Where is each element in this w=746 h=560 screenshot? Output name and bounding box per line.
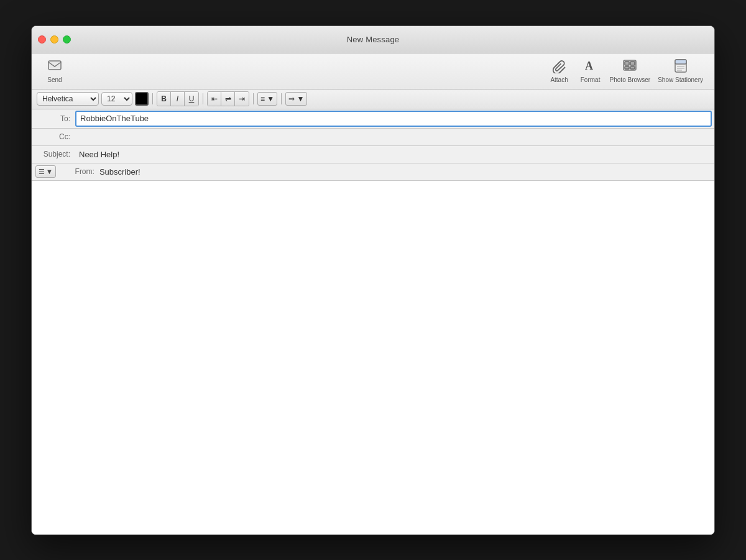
format-separator-3 [253, 93, 254, 104]
subject-input[interactable] [75, 146, 714, 162]
maximize-button[interactable] [63, 35, 71, 44]
list-button[interactable]: ≡ ▼ [257, 92, 277, 106]
stationery-icon [673, 58, 688, 75]
window-controls [38, 35, 71, 44]
cc-input[interactable] [75, 129, 714, 145]
format-separator-2 [203, 93, 203, 104]
align-right-button[interactable]: ⇥ [235, 92, 249, 106]
photo-browser-label: Photo Browser [610, 76, 651, 83]
font-size-select[interactable]: 10 11 12 14 18 [101, 92, 132, 106]
to-label: To: [32, 114, 75, 123]
text-color-button[interactable] [135, 92, 149, 106]
send-button[interactable]: Send [39, 57, 70, 85]
subject-label: Subject: [32, 150, 75, 158]
svg-rect-4 [630, 62, 635, 65]
show-stationery-button[interactable]: Show Stationery [654, 57, 707, 85]
from-label: From: [56, 167, 99, 176]
hamburger-icon: ☰ [39, 168, 45, 176]
to-row: To: [32, 109, 714, 129]
svg-rect-0 [48, 61, 61, 70]
format-button[interactable]: A Format [575, 57, 606, 85]
format-icon: A [583, 58, 598, 75]
attach-label: Attach [550, 76, 568, 83]
svg-rect-5 [625, 67, 629, 69]
svg-rect-6 [630, 67, 635, 69]
cc-row: Cc: [32, 129, 714, 146]
align-left-button[interactable]: ⇤ [208, 92, 221, 106]
bold-button[interactable]: B [157, 92, 171, 106]
from-row: ☰ ▼ From: Subscriber! [32, 163, 714, 181]
cc-label: Cc: [32, 132, 75, 141]
font-family-select[interactable]: Helvetica Arial Times New Roman [37, 92, 99, 106]
format-separator-4 [281, 93, 282, 104]
indent-button[interactable]: ⇒ ▼ [285, 92, 307, 106]
attach-button[interactable]: Attach [544, 57, 575, 85]
main-toolbar: Send Attach A Format [32, 53, 714, 90]
photo-browser-button[interactable]: Photo Browser [606, 57, 655, 85]
compose-area: To: Cc: Subject: ☰ ▼ From: Subscriber! [32, 109, 714, 535]
title-bar: New Message [32, 26, 714, 53]
subject-row: Subject: [32, 146, 714, 163]
email-compose-window: New Message Send Attach [31, 25, 715, 535]
send-label: Send [47, 76, 62, 83]
window-title: New Message [347, 35, 400, 44]
svg-rect-8 [675, 60, 686, 64]
svg-rect-3 [625, 62, 629, 65]
message-body[interactable] [32, 181, 714, 535]
close-button[interactable] [38, 35, 46, 44]
format-separator-1 [152, 93, 153, 104]
svg-text:A: A [585, 60, 593, 72]
minimize-button[interactable] [50, 35, 58, 44]
align-center-button[interactable]: ⇌ [221, 92, 235, 106]
attach-icon [552, 58, 567, 75]
photo-browser-icon [622, 58, 637, 75]
stationery-label: Show Stationery [658, 76, 703, 83]
underline-button[interactable]: U [185, 92, 198, 106]
to-input[interactable] [75, 111, 712, 127]
from-dropdown-button[interactable]: ☰ ▼ [35, 165, 56, 178]
toolbar-right: Attach A Format [544, 57, 707, 85]
italic-button[interactable]: I [171, 92, 185, 106]
from-value: Subscriber! [99, 167, 140, 177]
format-label: Format [581, 76, 601, 83]
format-toolbar: Helvetica Arial Times New Roman 10 11 12… [32, 90, 714, 109]
text-style-group: B I U [157, 91, 199, 106]
send-icon [47, 58, 62, 75]
dropdown-arrow: ▼ [46, 168, 53, 175]
alignment-group: ⇤ ⇌ ⇥ [207, 91, 249, 106]
